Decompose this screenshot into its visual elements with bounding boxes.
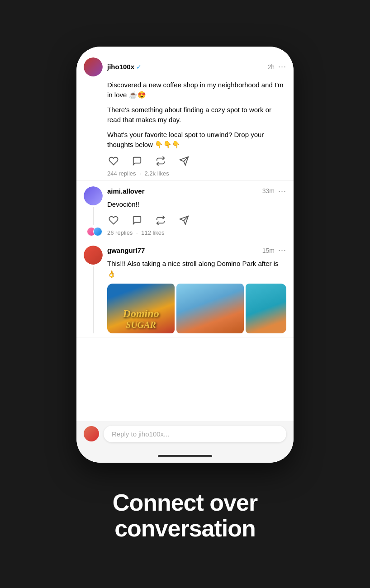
post-2-time: 33m: [262, 187, 275, 194]
post-3-more-button[interactable]: ···: [278, 246, 286, 255]
post-1-avatar-img: [84, 57, 103, 76]
home-indicator-area: [76, 451, 294, 463]
post-3-content: gwangurl77 15m ··· This!!! Also taking a…: [107, 246, 286, 333]
reply-user-avatar: [84, 426, 99, 441]
post-1: jiho100x ✓ 2h ··· Discovered a new coffe…: [76, 52, 294, 181]
post-2-like-button[interactable]: [107, 214, 120, 227]
post-3-thread-line: [93, 266, 94, 333]
post-2-replies: 26 replies: [107, 229, 133, 236]
heart-icon: [109, 156, 119, 166]
post-3-header: gwangurl77 15m ···: [107, 246, 286, 255]
post-3-header-left: gwangurl77: [107, 247, 145, 254]
post-3-avatar[interactable]: [84, 246, 103, 265]
post-1-share-button[interactable]: [178, 155, 190, 167]
post-2-reply-avatar-2: [93, 227, 102, 236]
post-2-username-row: aimi.allover: [107, 187, 145, 195]
phone-container: jiho100x ✓ 2h ··· Discovered a new coffe…: [76, 47, 294, 463]
post-1-replies: 244 replies: [107, 170, 136, 177]
post-2-repost-button[interactable]: [154, 214, 167, 227]
repost-icon: [156, 156, 166, 166]
repost-icon-2: [156, 215, 166, 225]
post-2-share-button[interactable]: [178, 214, 190, 227]
post-2-thread-line: [93, 207, 94, 226]
post-2-text: Devoción!!: [107, 199, 286, 210]
post-2-stats: 26 replies · 112 likes: [107, 229, 286, 236]
reply-input[interactable]: Reply to jiho100x...: [104, 426, 286, 442]
post-3: gwangurl77 15m ··· This!!! Also taking a…: [76, 240, 294, 337]
post-1-username[interactable]: jiho100x: [107, 63, 134, 71]
post-1-time: 2h: [267, 63, 275, 71]
post-2-header: aimi.allover 33m ···: [107, 186, 286, 196]
comment-icon: [132, 156, 142, 166]
home-indicator: [158, 455, 212, 457]
comment-icon-2: [132, 215, 142, 225]
post-1-text-3: What's your favorite local spot to unwin…: [107, 130, 286, 150]
post-1-stats: 244 replies · 2.2k likes: [107, 170, 286, 177]
post-3-image-3[interactable]: [246, 284, 286, 333]
post-3-image-1[interactable]: DominoSUGAR: [107, 284, 175, 333]
post-3-meta-right: 15m ···: [262, 246, 286, 255]
post-1-text-2: There's something about finding a cozy s…: [107, 105, 286, 125]
reply-placeholder: Reply to jiho100x...: [112, 430, 170, 438]
post-2-header-left: aimi.allover: [107, 187, 145, 195]
feed-area: jiho100x ✓ 2h ··· Discovered a new coffe…: [76, 47, 294, 421]
post-1-actions: [107, 155, 286, 167]
post-2-more-button[interactable]: ···: [278, 186, 286, 196]
post-1-header: jiho100x ✓ 2h ···: [84, 57, 286, 76]
post-1-comment-button[interactable]: [131, 155, 143, 167]
share-icon-2: [179, 215, 189, 225]
post-2-actions: [107, 214, 286, 227]
post-3-image-2[interactable]: [176, 284, 244, 333]
post-2: aimi.allover 33m ··· Devoción!!: [76, 181, 294, 241]
tagline-line1: Connect over: [113, 490, 257, 516]
post-2-body-row: aimi.allover 33m ··· Devoción!!: [84, 186, 286, 237]
tagline-line2: conversation: [113, 516, 257, 541]
post-2-content: aimi.allover 33m ··· Devoción!!: [107, 186, 286, 237]
post-3-thread-left: [84, 246, 103, 333]
post-2-likes: 112 likes: [141, 229, 164, 236]
post-1-header-left: jiho100x ✓: [84, 57, 142, 76]
post-1-username-row: jiho100x ✓: [107, 63, 142, 71]
post-1-like-button[interactable]: [107, 155, 120, 167]
post-3-time: 15m: [262, 247, 275, 254]
post-1-likes: 2.2k likes: [144, 170, 169, 177]
post-1-repost-button[interactable]: [154, 155, 167, 167]
post-2-comment-button[interactable]: [131, 214, 143, 227]
post-3-text: This!!! Also taking a nice stroll along …: [107, 259, 286, 279]
post-3-username[interactable]: gwangurl77: [107, 247, 145, 254]
post-2-thread-left: [84, 186, 103, 237]
post-1-separator: ·: [139, 170, 141, 177]
post-3-avatar-img: [84, 246, 103, 265]
tagline-section: Connect over conversation: [104, 476, 266, 541]
post-2-avatar[interactable]: [84, 186, 103, 205]
reply-bar-container: Reply to jiho100x...: [76, 421, 294, 451]
post-1-verified-icon: ✓: [136, 63, 142, 71]
post-1-avatar[interactable]: [84, 57, 103, 76]
share-icon: [179, 156, 189, 166]
phone-screen: jiho100x ✓ 2h ··· Discovered a new coffe…: [76, 47, 294, 463]
post-2-avatar-img: [84, 186, 103, 205]
domino-sign-text: DominoSUGAR: [123, 308, 159, 330]
post-2-meta-right: 33m ···: [262, 186, 286, 196]
post-2-separator: ·: [136, 229, 138, 236]
heart-icon-2: [109, 215, 119, 225]
post-1-content: Discovered a new coffee shop in my neigh…: [107, 80, 286, 177]
post-3-body-row: gwangurl77 15m ··· This!!! Also taking a…: [84, 246, 286, 333]
post-1-more-button[interactable]: ···: [278, 62, 286, 71]
post-3-images: DominoSUGAR: [107, 284, 286, 333]
page-wrapper: jiho100x ✓ 2h ··· Discovered a new coffe…: [0, 0, 370, 588]
post-2-username[interactable]: aimi.allover: [107, 187, 145, 195]
post-1-text-1: Discovered a new coffee shop in my neigh…: [107, 80, 286, 100]
post-1-meta-right: 2h ···: [267, 62, 286, 71]
